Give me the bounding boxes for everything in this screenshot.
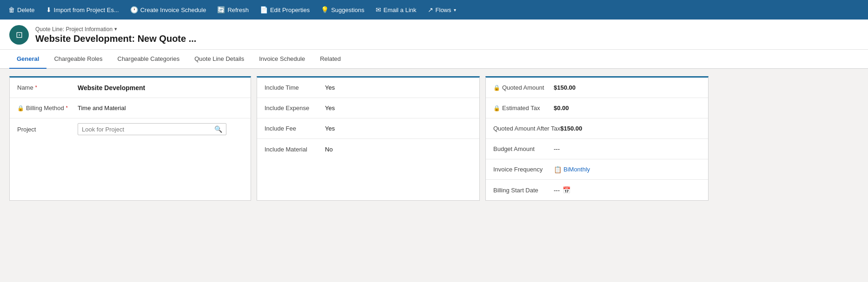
estimated-tax-row: 🔒 Estimated Tax $0.00 xyxy=(486,98,708,118)
create-invoice-button[interactable]: 🕐 Create Invoice Schedule xyxy=(126,3,211,16)
include-time-row: Include Time Yes xyxy=(257,78,479,98)
include-material-row: Include Material No xyxy=(257,139,479,159)
quoted-amount-lock-icon: 🔒 xyxy=(493,85,500,91)
include-expense-row: Include Expense Yes xyxy=(257,98,479,118)
create-invoice-icon: 🕐 xyxy=(130,6,138,13)
invoice-frequency-icon: 📋 xyxy=(554,166,562,173)
quoted-amount-after-tax-value: $150.00 xyxy=(560,125,701,132)
billing-method-required-indicator: * xyxy=(66,105,68,111)
breadcrumb[interactable]: Quote Line: Project Information ▾ xyxy=(35,26,196,33)
tab-quote-line-details[interactable]: Quote Line Details xyxy=(187,50,252,69)
edit-properties-button[interactable]: 📄 Edit Properties xyxy=(255,3,314,16)
invoice-frequency-value: 📋 BiMonthly xyxy=(554,166,701,173)
breadcrumb-chevron-icon: ▾ xyxy=(114,26,117,32)
avatar-icon: ⊡ xyxy=(16,30,23,40)
refresh-icon: 🔄 xyxy=(217,6,225,13)
tab-chargeable-categories[interactable]: Chargeable Categories xyxy=(110,50,187,69)
tab-related[interactable]: Related xyxy=(312,50,348,69)
budget-amount-value: --- xyxy=(554,145,701,152)
estimated-tax-label: 🔒 Estimated Tax xyxy=(493,105,554,111)
suggestions-button[interactable]: 💡 Suggestions xyxy=(316,3,369,16)
project-label: Project xyxy=(17,126,78,133)
include-material-label: Include Material xyxy=(265,146,325,153)
flows-button[interactable]: ↗ Flows ▾ xyxy=(423,3,461,16)
billing-start-date-value: --- 📅 xyxy=(554,186,701,194)
project-search-field[interactable]: 🔍 xyxy=(78,123,226,135)
page-title: Website Development: New Quote ... xyxy=(35,33,196,44)
include-fee-label: Include Fee xyxy=(265,125,325,132)
include-fee-value: Yes xyxy=(325,125,472,132)
import-icon: ⬇ xyxy=(46,6,52,13)
quoted-amount-value: $150.00 xyxy=(554,84,701,91)
name-required-indicator: * xyxy=(35,85,37,90)
tab-chargeable-roles[interactable]: Chargeable Roles xyxy=(46,50,110,69)
right-card: 🔒 Quoted Amount $150.00 🔒 Estimated Tax … xyxy=(485,76,709,201)
mid-card: Include Time Yes Include Expense Yes Inc… xyxy=(257,76,480,201)
delete-icon: 🗑 xyxy=(8,6,15,13)
estimated-tax-value: $0.00 xyxy=(554,105,701,111)
header-text: Quote Line: Project Information ▾ Websit… xyxy=(35,26,196,44)
project-search-input[interactable] xyxy=(82,126,214,133)
delete-button[interactable]: 🗑 Delete xyxy=(4,3,40,16)
invoice-frequency-link[interactable]: 📋 BiMonthly xyxy=(554,166,701,173)
billing-start-date-row: Billing Start Date --- 📅 xyxy=(486,180,708,200)
quoted-amount-row: 🔒 Quoted Amount $150.00 xyxy=(486,78,708,98)
name-value: Website Development xyxy=(78,84,243,92)
estimated-tax-lock-icon: 🔒 xyxy=(493,105,500,111)
billing-method-field-row: 🔒 Billing Method * Time and Material xyxy=(10,98,251,118)
project-search-icon[interactable]: 🔍 xyxy=(214,125,222,133)
billing-method-value: Time and Material xyxy=(78,105,243,111)
header: ⊡ Quote Line: Project Information ▾ Webs… xyxy=(0,20,868,50)
include-expense-value: Yes xyxy=(325,105,472,111)
project-field-row: Project 🔍 xyxy=(10,118,251,140)
tab-general[interactable]: General xyxy=(9,50,46,69)
billing-start-date-calendar-icon[interactable]: 📅 xyxy=(563,186,570,194)
import-button[interactable]: ⬇ Import from Project Es... xyxy=(41,3,124,16)
flows-chevron-icon: ▾ xyxy=(454,7,456,13)
left-card: Name * Website Development 🔒 Billing Met… xyxy=(9,76,251,201)
email-link-button[interactable]: ✉ Email a Link xyxy=(371,3,421,16)
tab-invoice-schedule[interactable]: Invoice Schedule xyxy=(252,50,312,69)
quoted-amount-label: 🔒 Quoted Amount xyxy=(493,84,554,91)
invoice-frequency-label: Invoice Frequency xyxy=(493,166,554,173)
suggestions-icon: 💡 xyxy=(321,6,329,13)
tabs: General Chargeable Roles Chargeable Cate… xyxy=(0,50,868,69)
main-content: Name * Website Development 🔒 Billing Met… xyxy=(0,69,868,208)
billing-method-label: 🔒 Billing Method * xyxy=(17,105,78,111)
quoted-amount-after-tax-label: Quoted Amount After Tax xyxy=(493,125,560,132)
name-field-row: Name * Website Development xyxy=(10,78,251,98)
include-time-value: Yes xyxy=(325,84,472,91)
include-expense-label: Include Expense xyxy=(265,105,325,111)
invoice-frequency-row: Invoice Frequency 📋 BiMonthly xyxy=(486,159,708,180)
avatar: ⊡ xyxy=(9,25,29,45)
billing-method-lock-icon: 🔒 xyxy=(17,105,24,111)
email-icon: ✉ xyxy=(376,6,381,13)
edit-properties-icon: 📄 xyxy=(260,6,268,13)
flows-icon: ↗ xyxy=(428,6,433,13)
refresh-button[interactable]: 🔄 Refresh xyxy=(212,3,253,16)
budget-amount-row: Budget Amount --- xyxy=(486,139,708,159)
toolbar: 🗑 Delete ⬇ Import from Project Es... 🕐 C… xyxy=(0,0,868,20)
quoted-amount-after-tax-row: Quoted Amount After Tax $150.00 xyxy=(486,118,708,139)
name-label: Name * xyxy=(17,84,78,91)
billing-start-date-label: Billing Start Date xyxy=(493,187,554,194)
include-time-label: Include Time xyxy=(265,84,325,91)
budget-amount-label: Budget Amount xyxy=(493,145,554,152)
include-material-value: No xyxy=(325,146,472,153)
include-fee-row: Include Fee Yes xyxy=(257,118,479,139)
